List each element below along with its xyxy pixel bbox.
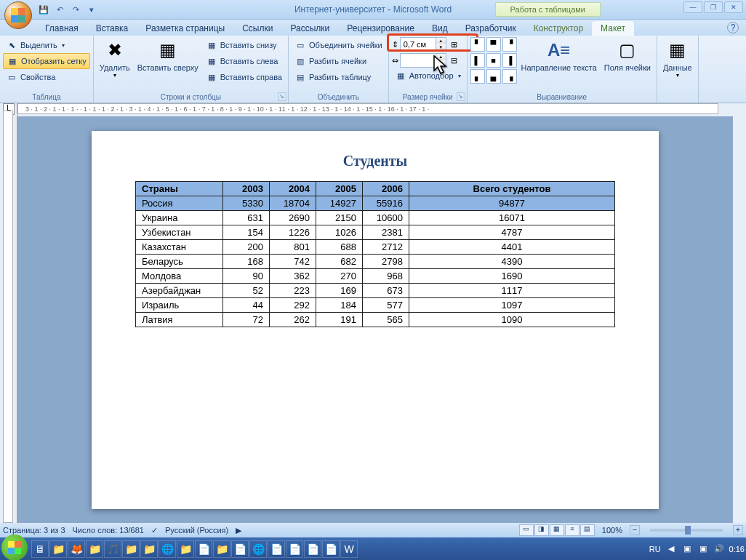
- taskbar-app[interactable]: 📄: [195, 540, 212, 558]
- data-button[interactable]: ▦Данные▾: [660, 37, 695, 80]
- insert-left-button[interactable]: ▦Вставить слева: [203, 53, 285, 69]
- tray-icon[interactable]: ▣: [697, 543, 709, 555]
- delete-button[interactable]: ✖Удалить▾: [97, 37, 133, 80]
- taskbar-app[interactable]: 📄: [268, 540, 285, 558]
- table-header[interactable]: 2004: [270, 182, 316, 196]
- table-header[interactable]: 2003: [223, 182, 270, 196]
- vertical-scrollbar[interactable]: [733, 103, 746, 523]
- minimize-button[interactable]: —: [683, 1, 702, 13]
- taskbar-app[interactable]: 📄: [286, 540, 303, 558]
- table-row[interactable]: Россия533018704149275591694877: [136, 196, 615, 211]
- insert-below-button[interactable]: ▦Вставить снизу: [203, 37, 285, 53]
- table-row[interactable]: Узбекистан1541226102623814787: [136, 225, 615, 240]
- tab-home[interactable]: Главная: [36, 21, 87, 36]
- distribute-cols-icon[interactable]: ⊟: [448, 56, 461, 65]
- split-cells-button[interactable]: ▥Разбить ячейки: [292, 53, 385, 69]
- tab-review[interactable]: Рецензирование: [338, 21, 423, 36]
- col-width-input[interactable]: ▲▼: [400, 53, 446, 68]
- align-tl[interactable]: ▘: [470, 37, 485, 52]
- table-header[interactable]: 2006: [363, 182, 409, 196]
- table-header[interactable]: Страны: [136, 182, 223, 196]
- maximize-button[interactable]: ❐: [704, 1, 723, 13]
- insert-above-button[interactable]: ▦Вставить сверху: [135, 37, 201, 73]
- horizontal-ruler[interactable]: 3 · 1 · 2 · 1 · 1 · 1 · · 1 · 1 · 1 · 2 …: [17, 103, 733, 116]
- tray-icon[interactable]: ◀: [665, 543, 677, 555]
- table-row[interactable]: Молдова903622709681690: [136, 269, 615, 284]
- merge-cells-button[interactable]: ▭Объединить ячейки: [292, 37, 385, 53]
- tab-constructor[interactable]: Конструктор: [525, 21, 592, 36]
- autofit-button[interactable]: ▦Автоподбор▾: [392, 68, 464, 84]
- align-bl[interactable]: ▖: [470, 69, 485, 84]
- select-button[interactable]: ⬉Выделить▾: [3, 37, 90, 53]
- view-outline[interactable]: ≡: [565, 524, 579, 536]
- table-row[interactable]: Израиль442921845771097: [136, 298, 615, 313]
- language[interactable]: Русский (Россия): [165, 526, 228, 535]
- zoom-in-button[interactable]: +: [733, 525, 743, 535]
- spinner-down[interactable]: ▼: [436, 60, 446, 67]
- tab-layout[interactable]: Макет: [592, 21, 634, 36]
- close-button[interactable]: ✕: [724, 1, 743, 13]
- tray-network-icon[interactable]: ▣: [681, 543, 693, 555]
- table-row[interactable]: Латвия722621915651090: [136, 313, 615, 327]
- insert-right-button[interactable]: ▦Вставить справа: [203, 69, 285, 85]
- taskbar-app[interactable]: 📁: [213, 540, 230, 558]
- tab-developer[interactable]: Разработчик: [457, 21, 525, 36]
- properties-button[interactable]: ▭Свойства: [3, 69, 90, 85]
- table-row[interactable]: Азербайджан522231696731117: [136, 284, 615, 298]
- tab-references[interactable]: Ссылки: [233, 21, 281, 36]
- taskbar-app[interactable]: 📁: [86, 540, 103, 558]
- taskbar-app[interactable]: 🖥: [31, 540, 49, 558]
- undo-icon[interactable]: ↶: [52, 2, 67, 17]
- taskbar-app[interactable]: 🌐: [159, 540, 176, 558]
- spell-check-icon[interactable]: ✓: [151, 526, 158, 535]
- align-bc[interactable]: ▄: [486, 69, 501, 84]
- taskbar-app[interactable]: 📁: [177, 540, 194, 558]
- taskbar-app[interactable]: W: [340, 540, 358, 558]
- align-tr[interactable]: ▝: [502, 37, 517, 52]
- align-tc[interactable]: ▀: [486, 37, 501, 52]
- table-header[interactable]: Всего студентов: [409, 182, 615, 196]
- word-count[interactable]: Число слов: 13/681: [73, 526, 144, 535]
- save-icon[interactable]: 💾: [36, 2, 51, 17]
- spinner-up[interactable]: ▲: [436, 38, 446, 44]
- start-button[interactable]: [1, 535, 28, 561]
- taskbar-app[interactable]: 🌐: [249, 540, 267, 558]
- tab-mailings[interactable]: Рассылки: [281, 21, 338, 36]
- taskbar-app[interactable]: 📁: [140, 540, 158, 558]
- taskbar-app[interactable]: 📁: [49, 540, 67, 558]
- spinner-down[interactable]: ▼: [436, 44, 446, 51]
- taskbar-app[interactable]: 📄: [322, 540, 340, 558]
- view-full-screen[interactable]: ◨: [534, 524, 549, 536]
- tab-view[interactable]: Вид: [423, 21, 457, 36]
- macro-icon[interactable]: ▶: [236, 526, 241, 535]
- col-width-field[interactable]: [401, 56, 436, 65]
- view-web[interactable]: ▦: [550, 524, 564, 536]
- students-table[interactable]: Страны2003200420052006Всего студентов Ро…: [135, 181, 615, 327]
- row-height-input[interactable]: ▲▼: [400, 37, 446, 52]
- row-height-field[interactable]: [401, 40, 436, 49]
- show-gridlines-button[interactable]: ▦Отобразить сетку: [3, 53, 90, 69]
- taskbar-app[interactable]: 🎵: [104, 540, 121, 558]
- tray-time[interactable]: 0:16: [729, 545, 745, 553]
- tray-lang[interactable]: RU: [649, 545, 661, 553]
- text-direction-button[interactable]: A≡Направление текста: [518, 37, 600, 73]
- page-number[interactable]: Страница: 3 из 3: [3, 526, 65, 535]
- align-mr[interactable]: ▐: [502, 53, 517, 68]
- zoom-slider[interactable]: [650, 529, 723, 532]
- table-row[interactable]: Беларусь16874268227984390: [136, 255, 615, 269]
- tray-volume-icon[interactable]: 🔊: [713, 543, 725, 555]
- table-row[interactable]: Украина631269021501060016071: [136, 211, 615, 225]
- align-br[interactable]: ▗: [502, 69, 517, 84]
- taskbar-app[interactable]: 📁: [122, 540, 140, 558]
- qat-customize-icon[interactable]: ▾: [84, 2, 99, 17]
- zoom-out-button[interactable]: −: [630, 525, 640, 535]
- taskbar-app[interactable]: 📄: [231, 540, 249, 558]
- office-button[interactable]: [4, 1, 32, 29]
- spinner-up[interactable]: ▲: [436, 54, 446, 60]
- split-table-button[interactable]: ▤Разбить таблицу: [292, 69, 385, 85]
- zoom-level[interactable]: 100%: [602, 526, 622, 535]
- align-ml[interactable]: ▌: [470, 53, 485, 68]
- distribute-rows-icon[interactable]: ⊞: [448, 40, 461, 49]
- dialog-launcher[interactable]: ↘: [278, 92, 286, 101]
- table-header[interactable]: 2005: [316, 182, 363, 196]
